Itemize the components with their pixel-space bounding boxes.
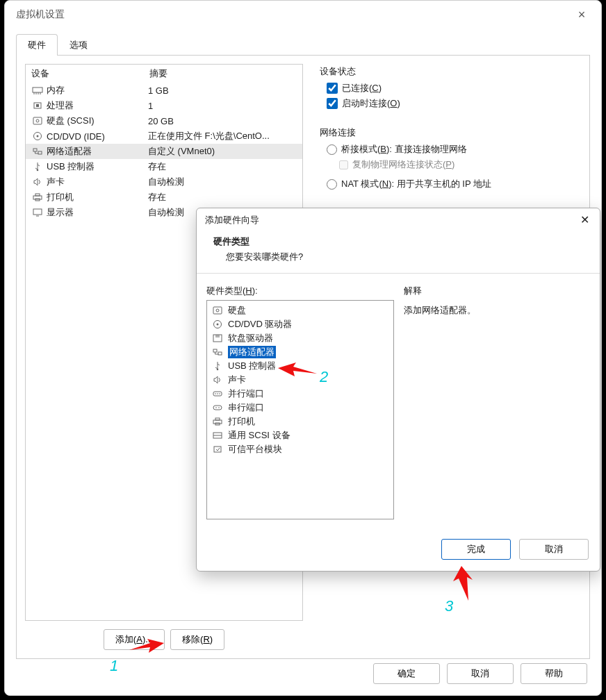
tab-bar: 硬件 选项	[5, 28, 601, 56]
modal-title: 添加硬件向导	[205, 214, 259, 226]
device-row[interactable]: 声卡 自动检测	[26, 174, 302, 190]
device-summary: 存在	[148, 160, 297, 173]
device-summary: 1	[148, 101, 297, 111]
nat-radio-input[interactable]	[327, 179, 337, 190]
hw-type-label: 网络适配器	[228, 346, 276, 358]
connected-checkbox-input[interactable]	[327, 83, 338, 94]
replicate-checkbox-input	[339, 160, 348, 169]
left-buttons: 添加(A)... 移除(R)	[25, 629, 303, 650]
ok-button[interactable]: 确定	[373, 663, 440, 684]
hw-type-row[interactable]: 声卡	[208, 373, 392, 387]
disk-icon	[211, 305, 224, 316]
svg-rect-17	[33, 209, 42, 215]
svg-rect-32	[213, 406, 222, 410]
tab-options[interactable]: 选项	[58, 34, 99, 56]
device-list-body: 内存 1 GB 处理器 1 硬盘 (SCSI) 20 GB CD/DVD (ID…	[26, 83, 302, 220]
svg-rect-11	[33, 149, 37, 151]
hw-type-row[interactable]: 网络适配器	[208, 345, 392, 359]
hw-type-row[interactable]: 软盘驱动器	[208, 331, 392, 345]
net-icon	[211, 347, 224, 358]
device-row[interactable]: 内存 1 GB	[26, 83, 302, 98]
hw-type-row[interactable]: 可信平台模块	[208, 442, 392, 456]
device-name: USB 控制器	[47, 160, 95, 173]
tab-hardware[interactable]: 硬件	[16, 34, 58, 56]
connect-on-start-checkbox[interactable]: 启动时连接(O)	[327, 97, 575, 110]
tpm-icon	[211, 444, 224, 455]
modal-close-icon[interactable]: ✕	[578, 213, 591, 227]
connect-on-start-checkbox-input[interactable]	[327, 98, 338, 109]
device-name: 内存	[47, 84, 65, 97]
svg-point-29	[215, 393, 216, 394]
hw-type-row[interactable]: 串行端口	[208, 401, 392, 415]
device-row[interactable]: USB 控制器 存在	[26, 159, 302, 174]
add-button[interactable]: 添加(A)...	[104, 629, 165, 650]
hw-type-column: 硬件类型(H): 硬盘 CD/DVD 驱动器 软盘驱动器 网络适配器 USB 控…	[206, 285, 394, 519]
device-name: 处理器	[47, 99, 74, 112]
svg-rect-19	[213, 307, 222, 314]
hw-type-label: 并行端口	[228, 388, 264, 400]
svg-rect-36	[215, 418, 220, 420]
svg-point-31	[219, 393, 220, 394]
main-footer: 确定 取消 帮助	[373, 663, 587, 684]
device-row[interactable]: 处理器 1	[26, 98, 302, 113]
hw-type-row[interactable]: 并行端口	[208, 387, 392, 401]
modal-cancel-button[interactable]: 取消	[519, 539, 589, 560]
explain-column: 解释 添加网络适配器。	[404, 285, 590, 519]
device-row[interactable]: 网络适配器 自定义 (VMnet0)	[26, 144, 302, 159]
hw-type-label: CD/DVD 驱动器	[228, 318, 292, 331]
hw-type-label: 通用 SCSI 设备	[228, 429, 290, 442]
device-name: 硬盘 (SCSI)	[47, 115, 95, 127]
help-button[interactable]: 帮助	[521, 663, 587, 684]
svg-rect-7	[33, 117, 42, 124]
nat-radio[interactable]: NAT 模式(N): 用于共享主机的 IP 地址	[327, 178, 575, 190]
svg-rect-40	[214, 447, 221, 452]
device-summary: 存在	[148, 191, 297, 203]
device-summary: 1 GB	[148, 85, 297, 96]
device-row[interactable]: 硬盘 (SCSI) 20 GB	[26, 113, 302, 128]
col-summary-header: 摘要	[149, 67, 297, 80]
device-name: 声卡	[47, 176, 65, 188]
hw-type-label: USB 控制器	[228, 360, 276, 372]
hw-type-label: 声卡	[228, 374, 246, 386]
hw-type-label: 串行端口	[228, 401, 264, 414]
device-name: 打印机	[47, 191, 74, 203]
device-summary: 正在使用文件 F:\光盘\CentO...	[148, 130, 297, 142]
hw-type-label: 可信平台模块	[228, 443, 282, 456]
svg-point-30	[217, 393, 218, 394]
device-name: 显示器	[47, 206, 74, 219]
modal-titlebar: 添加硬件向导 ✕	[197, 208, 600, 231]
hw-type-row[interactable]: USB 控制器	[208, 359, 392, 373]
window-title: 虚拟机设置	[16, 8, 65, 21]
hw-type-row[interactable]: 通用 SCSI 设备	[208, 428, 392, 442]
device-summary: 自动检测	[148, 176, 297, 188]
svg-point-27	[217, 369, 219, 371]
svg-point-20	[216, 309, 219, 312]
modal-header: 硬件类型 您要安装哪类硬件?	[197, 231, 600, 274]
cancel-button[interactable]: 取消	[447, 663, 514, 684]
device-row[interactable]: CD/DVD (IDE) 正在使用文件 F:\光盘\CentO...	[26, 128, 302, 144]
bridge-radio-input[interactable]	[327, 144, 337, 155]
hw-type-label: 硬盘	[228, 304, 246, 317]
svg-rect-6	[36, 104, 39, 107]
modal-footer: 完成 取消	[197, 531, 600, 571]
annotation-label-3: 3	[445, 597, 453, 615]
serial-icon	[211, 402, 224, 413]
connected-checkbox[interactable]: 已连接(C)	[327, 82, 575, 94]
hw-type-row[interactable]: 硬盘	[208, 303, 392, 317]
device-summary: 自定义 (VMnet0)	[148, 145, 297, 158]
hw-type-row[interactable]: CD/DVD 驱动器	[208, 317, 392, 331]
usb-icon	[211, 360, 224, 372]
usb-icon	[31, 161, 44, 172]
hw-type-list[interactable]: 硬盘 CD/DVD 驱动器 软盘驱动器 网络适配器 USB 控制器 声卡 并行端…	[206, 300, 394, 519]
bridge-radio[interactable]: 桥接模式(B): 直接连接物理网络	[327, 143, 575, 156]
device-row[interactable]: 打印机 存在	[26, 190, 302, 205]
remove-button[interactable]: 移除(R)	[170, 629, 224, 650]
device-state-label: 设备状态	[320, 65, 575, 78]
annotation-label-1: 1	[110, 657, 118, 675]
hw-type-row[interactable]: 打印机	[208, 415, 392, 428]
svg-point-22	[217, 324, 219, 326]
explain-text: 添加网络适配器。	[404, 304, 590, 317]
col-device-header: 设备	[31, 67, 149, 80]
close-icon[interactable]: ×	[573, 6, 590, 23]
finish-button[interactable]: 完成	[441, 539, 511, 560]
